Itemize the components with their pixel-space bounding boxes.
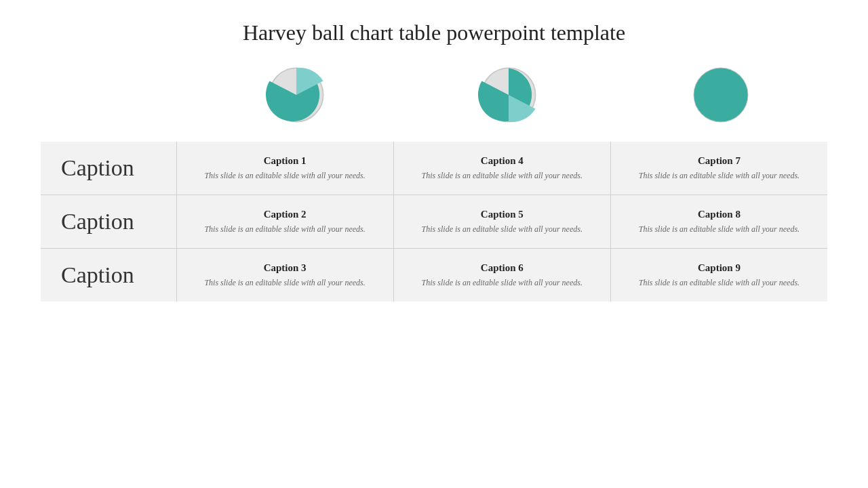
- data-cell-1-0: Caption 2This slide is an editable slide…: [176, 195, 393, 249]
- cell-title-2-2: Caption 9: [625, 262, 814, 274]
- page-title: Harvey ball chart table powerpoint templ…: [243, 20, 625, 45]
- svg-point-3: [694, 68, 748, 121]
- cell-desc-2-2: This slide is an editable slide with all…: [625, 277, 814, 289]
- cell-desc-2-1: This slide is an editable slide with all…: [408, 277, 597, 289]
- caption-cell-1: Caption: [41, 195, 176, 249]
- harvey-ball-3: [690, 64, 751, 128]
- cell-title-0-1: Caption 4: [408, 155, 597, 167]
- harvey-ball-2: [478, 64, 539, 128]
- cell-title-2-1: Caption 6: [408, 262, 597, 274]
- cell-desc-2-0: This slide is an editable slide with all…: [191, 277, 380, 289]
- cell-desc-0-0: This slide is an editable slide with all…: [191, 170, 380, 182]
- caption-cell-0: Caption: [41, 142, 176, 195]
- table-row: CaptionCaption 2This slide is an editabl…: [41, 195, 827, 249]
- data-cell-1-2: Caption 8This slide is an editable slide…: [610, 195, 827, 249]
- table-row: CaptionCaption 3This slide is an editabl…: [41, 249, 827, 302]
- cell-desc-0-1: This slide is an editable slide with all…: [408, 170, 597, 182]
- data-cell-0-1: Caption 4This slide is an editable slide…: [393, 142, 610, 195]
- data-cell-1-1: Caption 5This slide is an editable slide…: [393, 195, 610, 249]
- cell-desc-0-2: This slide is an editable slide with all…: [625, 170, 814, 182]
- data-cell-0-0: Caption 1This slide is an editable slide…: [176, 142, 393, 195]
- cell-title-0-0: Caption 1: [191, 155, 380, 167]
- cell-title-1-0: Caption 2: [191, 209, 380, 220]
- data-cell-2-1: Caption 6This slide is an editable slide…: [393, 249, 610, 302]
- cell-desc-1-1: This slide is an editable slide with all…: [408, 224, 597, 235]
- balls-row: [41, 64, 827, 128]
- data-table: CaptionCaption 1This slide is an editabl…: [41, 142, 827, 302]
- page: Harvey ball chart table powerpoint templ…: [0, 0, 868, 488]
- cell-desc-1-2: This slide is an editable slide with all…: [625, 224, 814, 235]
- data-cell-2-0: Caption 3This slide is an editable slide…: [176, 249, 393, 302]
- cell-title-1-1: Caption 5: [408, 209, 597, 220]
- harvey-ball-1: [266, 64, 327, 128]
- cell-title-2-0: Caption 3: [191, 262, 380, 274]
- cell-title-0-2: Caption 7: [625, 155, 814, 167]
- cell-title-1-2: Caption 8: [625, 209, 814, 220]
- data-cell-2-2: Caption 9This slide is an editable slide…: [610, 249, 827, 302]
- cell-desc-1-0: This slide is an editable slide with all…: [191, 224, 380, 235]
- balls-group: [190, 64, 827, 128]
- data-cell-0-2: Caption 7This slide is an editable slide…: [610, 142, 827, 195]
- table-row: CaptionCaption 1This slide is an editabl…: [41, 142, 827, 195]
- caption-cell-2: Caption: [41, 249, 176, 302]
